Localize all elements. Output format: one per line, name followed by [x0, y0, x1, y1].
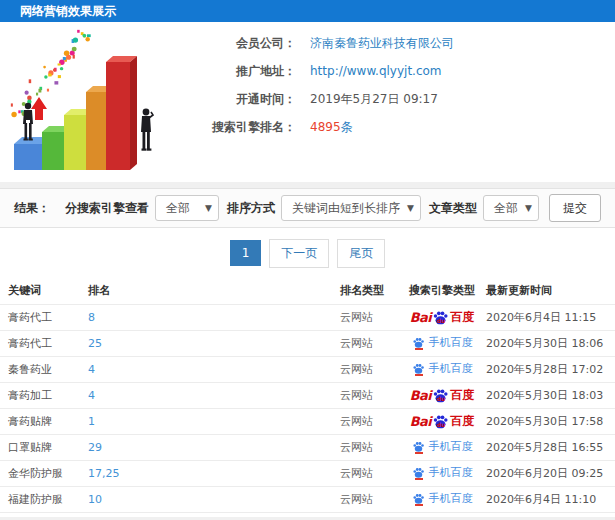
baidu-logo: Bai du 百度	[410, 309, 475, 326]
mobile-baidu-underline	[415, 348, 423, 350]
table-row: 膏药代工 25 云网站 手机百度 2020年5月30日 18:06	[0, 331, 615, 357]
chevron-down-icon: ▼	[407, 196, 414, 220]
header-rank-type: 排名类型	[340, 283, 398, 298]
mobile-baidu-logo: 手机百度	[412, 491, 473, 506]
engine-cell: Bai du 百度	[398, 387, 486, 404]
info-row-company: 会员公司： 济南秦鲁药业科技有限公司	[178, 34, 454, 52]
baidu-paw-icon: du	[432, 414, 449, 430]
table-row: 手机百度	[0, 513, 615, 517]
next-page-button[interactable]: 下一页	[269, 239, 329, 268]
page-title: 网络营销效果展示	[20, 4, 116, 18]
engine-cell: 手机百度	[398, 491, 486, 508]
engine-select[interactable]: 全部 ▼	[155, 195, 219, 221]
sort-select-value: 关键词由短到长排序	[292, 201, 400, 215]
svg-text:du: du	[437, 420, 446, 427]
table-row: 口罩贴牌 29 云网站 手机百度 2020年5月28日 16:55	[0, 435, 615, 461]
info-row-url: 推广地址： http://www.qlyyjt.com	[178, 62, 454, 80]
rank-type-cell: 云网站	[340, 440, 398, 455]
updated-cell: 2020年5月28日 16:55	[486, 440, 615, 455]
partial-row-clipped: 手机百度	[0, 513, 615, 517]
rank-link[interactable]: 10	[88, 493, 102, 506]
baidu-logo-bai-text: Bai	[410, 414, 432, 429]
engine-cell: 手机百度	[398, 439, 486, 456]
table-header: 关键词 排名 排名类型 搜索引擎类型 最新更新时间	[0, 277, 615, 305]
baidu-logo-bai-text: Bai	[410, 310, 432, 325]
sort-select[interactable]: 关键词由短到长排序 ▼	[281, 195, 421, 221]
article-type-label: 文章类型	[429, 200, 477, 217]
baidu-logo-bai-text: Bai	[410, 388, 432, 403]
baidu-paw-icon: du	[432, 388, 449, 404]
rank-link[interactable]: 4	[88, 363, 95, 376]
ranking-count-suffix: 条	[341, 120, 353, 134]
chevron-down-icon: ▼	[525, 196, 532, 220]
svg-text:du: du	[437, 316, 446, 323]
engine-cell: 手机百度	[398, 335, 486, 352]
rank-link[interactable]: 8	[88, 311, 95, 324]
rank-link[interactable]: 4	[88, 389, 95, 402]
table-row: 膏药代工 8 云网站 Bai du 百度 202	[0, 305, 615, 331]
updated-cell: 2020年5月30日 18:06	[486, 336, 615, 351]
info-row-ranking-count: 搜索引擎排名： 4895条	[178, 118, 454, 136]
mobile-baidu-logo: 手机百度	[412, 465, 473, 480]
keyword-cell: 口罩贴牌	[0, 440, 88, 455]
table-row: 秦鲁药业 4 云网站 手机百度 2020年5月28日 17:02	[0, 357, 615, 383]
open-time-label: 开通时间：	[178, 91, 296, 108]
article-type-select[interactable]: 全部 ▼	[483, 195, 539, 221]
mobile-baidu-text: 手机百度	[429, 361, 473, 376]
updated-cell: 2020年5月30日 18:03	[486, 388, 615, 403]
table-row: 金华防护服 17,25 云网站 手机百度 2020年6月20日 0	[0, 461, 615, 487]
mobile-baidu-logo: 手机百度	[412, 361, 473, 376]
header-keyword: 关键词	[0, 283, 88, 298]
baidu-paw-icon: du	[432, 310, 449, 326]
table-body: 膏药代工 8 云网站 Bai du 百度 202	[0, 305, 615, 513]
pagination: 1 下一页 尾页	[0, 228, 615, 275]
mobile-baidu-text: 手机百度	[429, 335, 473, 350]
header-updated: 最新更新时间	[486, 283, 615, 298]
header-rank: 排名	[88, 283, 340, 298]
rank-link[interactable]: 29	[88, 441, 102, 454]
page-1-button[interactable]: 1	[230, 240, 262, 266]
engine-select-value: 全部	[166, 201, 190, 215]
titlebar: 网络营销效果展示	[0, 0, 615, 22]
rank-type-cell: 云网站	[340, 492, 398, 507]
engine-cell: 手机百度	[398, 361, 486, 378]
updated-cell: 2020年5月30日 17:58	[486, 414, 615, 429]
rank-type-cell: 云网站	[340, 310, 398, 325]
keyword-cell: 秦鲁药业	[0, 362, 88, 377]
promo-url-link[interactable]: http://www.qlyyjt.com	[310, 64, 442, 78]
rank-type-cell: 云网站	[340, 388, 398, 403]
keyword-cell: 膏药代工	[0, 336, 88, 351]
baidu-logo-cn-text: 百度	[450, 309, 474, 326]
baidu-logo: Bai du 百度	[410, 413, 475, 430]
keyword-cell: 膏药代工	[0, 310, 88, 325]
updated-cell: 2020年5月28日 17:02	[486, 362, 615, 377]
info-section: 会员公司： 济南秦鲁药业科技有限公司 推广地址： http://www.qlyy…	[0, 22, 615, 182]
rank-link[interactable]: 25	[88, 337, 102, 350]
rank-link[interactable]: 1	[88, 415, 95, 428]
rank-type-cell: 云网站	[340, 362, 398, 377]
updated-cell: 2020年6月4日 11:15	[486, 310, 615, 325]
mobile-baidu-text: 手机百度	[429, 491, 473, 506]
last-page-button[interactable]: 尾页	[337, 239, 385, 268]
rank-type-cell: 云网站	[340, 466, 398, 481]
engine-filter-label: 分搜索引擎查看	[65, 200, 149, 217]
svg-text:du: du	[437, 394, 446, 401]
results-table: 关键词 排名 排名类型 搜索引擎类型 最新更新时间 膏药代工 8 云网站 Bai	[0, 277, 615, 517]
rank-link[interactable]: 17,25	[88, 467, 120, 480]
mobile-baidu-logo: 手机百度	[412, 335, 473, 350]
mobile-baidu-paw-icon	[412, 493, 425, 505]
company-link[interactable]: 济南秦鲁药业科技有限公司	[310, 35, 454, 52]
keyword-cell: 膏药贴牌	[0, 414, 88, 429]
mobile-baidu-logo: 手机百度	[412, 439, 473, 454]
submit-button[interactable]: 提交	[549, 194, 601, 222]
page: 网络营销效果展示	[0, 0, 615, 517]
engine-cell: Bai du 百度	[398, 309, 486, 326]
table-row: 膏药加工 4 云网站 Bai du 百度 202	[0, 383, 615, 409]
engine-cell: 手机百度	[398, 465, 486, 482]
article-type-select-value: 全部	[494, 201, 518, 215]
table-row: 福建防护服 10 云网站 手机百度 2020年6月4日 11:10	[0, 487, 615, 513]
sort-label: 排序方式	[227, 200, 275, 217]
baidu-logo-cn-text: 百度	[450, 413, 474, 430]
mobile-baidu-underline	[415, 452, 423, 454]
mobile-baidu-paw-icon	[412, 337, 425, 349]
